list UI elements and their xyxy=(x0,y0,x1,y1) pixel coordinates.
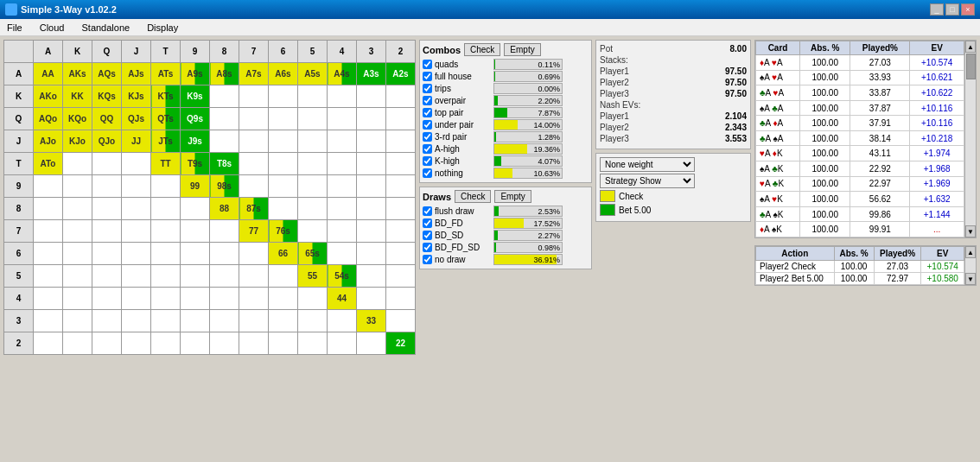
grid-cell[interactable] xyxy=(122,288,151,310)
card-table-row[interactable]: ♦A ♥A100.0027.03+10.574 xyxy=(756,55,964,71)
grid-cell[interactable]: 54s xyxy=(328,265,357,288)
grid-cell[interactable] xyxy=(298,175,328,198)
grid-cell[interactable] xyxy=(269,265,298,288)
grid-cell[interactable]: AQs xyxy=(92,63,122,85)
action-scroll-up[interactable]: ▲ xyxy=(965,246,976,258)
grid-cell[interactable] xyxy=(328,332,357,355)
combos-check-button[interactable]: Check xyxy=(464,43,500,56)
combo-checkbox-bd_fd_sd[interactable] xyxy=(423,243,432,252)
grid-cell[interactable] xyxy=(181,288,210,310)
grid-cell[interactable] xyxy=(386,220,416,243)
grid-cell[interactable] xyxy=(34,310,63,332)
action-table-row[interactable]: Player2 Check100.0027.03+10.574 xyxy=(756,261,964,273)
grid-cell[interactable] xyxy=(328,153,357,175)
grid-cell[interactable] xyxy=(386,243,416,265)
grid-cell[interactable] xyxy=(386,310,416,332)
grid-cell[interactable] xyxy=(298,130,328,153)
grid-cell[interactable] xyxy=(34,198,63,220)
grid-cell[interactable] xyxy=(239,130,269,153)
grid-cell[interactable] xyxy=(181,265,210,288)
grid-cell[interactable] xyxy=(181,310,210,332)
grid-cell[interactable] xyxy=(210,108,239,130)
grid-cell[interactable]: 98s xyxy=(210,175,239,198)
grid-cell[interactable] xyxy=(328,243,357,265)
grid-cell[interactable] xyxy=(357,220,386,243)
combos-empty-button[interactable]: Empty xyxy=(504,43,540,56)
card-table-row[interactable]: ♣A ♠A100.0038.14+10.218 xyxy=(756,130,964,146)
grid-cell[interactable]: KJs xyxy=(122,85,151,108)
grid-cell[interactable]: A7s xyxy=(239,63,269,85)
card-table-row[interactable]: ♥A ♣K100.0022.97+1.969 xyxy=(756,176,964,192)
grid-cell[interactable]: 22 xyxy=(386,332,416,355)
grid-cell[interactable] xyxy=(34,332,63,355)
combo-checkbox-full_house[interactable] xyxy=(423,72,432,81)
draws-check-button[interactable]: Check xyxy=(455,190,491,203)
grid-cell[interactable] xyxy=(357,130,386,153)
grid-cell[interactable]: JTs xyxy=(151,130,181,153)
grid-cell[interactable] xyxy=(210,288,239,310)
grid-cell[interactable] xyxy=(181,220,210,243)
combo-checkbox-flush_draw[interactable] xyxy=(423,206,432,216)
grid-cell[interactable] xyxy=(34,288,63,310)
card-table-row[interactable]: ♥A ♦K100.0043.11+1.974 xyxy=(756,146,964,161)
grid-cell[interactable] xyxy=(298,310,328,332)
grid-cell[interactable] xyxy=(210,220,239,243)
grid-cell[interactable]: AA xyxy=(34,63,63,85)
grid-cell[interactable] xyxy=(269,288,298,310)
grid-cell[interactable] xyxy=(92,198,122,220)
grid-cell[interactable]: ATo xyxy=(34,153,63,175)
grid-cell[interactable] xyxy=(298,85,328,108)
grid-cell[interactable]: AKo xyxy=(34,85,63,108)
grid-cell[interactable] xyxy=(386,265,416,288)
grid-cell[interactable]: A4s xyxy=(328,63,357,85)
grid-cell[interactable] xyxy=(239,175,269,198)
grid-cell[interactable]: A9s xyxy=(181,63,210,85)
grid-cell[interactable] xyxy=(269,310,298,332)
grid-cell[interactable]: 76s xyxy=(269,220,298,243)
close-button[interactable]: × xyxy=(961,3,975,16)
grid-cell[interactable] xyxy=(92,153,122,175)
grid-cell[interactable]: A3s xyxy=(357,63,386,85)
window-controls[interactable]: _ □ × xyxy=(930,3,975,16)
grid-cell[interactable]: AJs xyxy=(122,63,151,85)
card-table-row[interactable]: ♣A ♥A100.0033.87+10.622 xyxy=(756,85,964,101)
grid-cell[interactable]: A8s xyxy=(210,63,239,85)
scroll-thumb[interactable] xyxy=(966,54,976,79)
grid-cell[interactable] xyxy=(386,288,416,310)
grid-cell[interactable] xyxy=(92,220,122,243)
action-table-row[interactable]: Player2 Bet 5.00100.0072.97+10.580 xyxy=(756,273,964,285)
combo-checkbox-top_pair[interactable] xyxy=(423,108,432,117)
grid-cell[interactable] xyxy=(357,175,386,198)
grid-cell[interactable] xyxy=(298,332,328,355)
grid-cell[interactable] xyxy=(151,198,181,220)
grid-cell[interactable]: A5s xyxy=(298,63,328,85)
grid-cell[interactable] xyxy=(210,265,239,288)
grid-cell[interactable] xyxy=(63,198,92,220)
combo-checkbox-quads[interactable] xyxy=(423,60,432,69)
grid-cell[interactable] xyxy=(63,288,92,310)
grid-cell[interactable]: KQs xyxy=(92,85,122,108)
grid-cell[interactable] xyxy=(181,243,210,265)
grid-cell[interactable] xyxy=(92,332,122,355)
grid-cell[interactable] xyxy=(357,243,386,265)
grid-cell[interactable] xyxy=(357,198,386,220)
combo-checkbox-3rd_pair[interactable] xyxy=(423,132,432,142)
grid-cell[interactable] xyxy=(328,220,357,243)
grid-cell[interactable]: 99 xyxy=(181,175,210,198)
grid-cell[interactable] xyxy=(92,175,122,198)
grid-cell[interactable] xyxy=(63,332,92,355)
grid-cell[interactable] xyxy=(269,332,298,355)
grid-cell[interactable] xyxy=(298,108,328,130)
grid-cell[interactable] xyxy=(328,310,357,332)
grid-cell[interactable] xyxy=(298,153,328,175)
grid-cell[interactable] xyxy=(181,198,210,220)
card-table-row[interactable]: ♠A ♥A100.0033.93+10.621 xyxy=(756,70,964,85)
grid-cell[interactable] xyxy=(386,175,416,198)
combo-checkbox-trips[interactable] xyxy=(423,84,432,93)
grid-cell[interactable] xyxy=(298,220,328,243)
combo-checkbox-a_high[interactable] xyxy=(423,144,432,154)
grid-cell[interactable] xyxy=(269,108,298,130)
grid-cell[interactable] xyxy=(34,175,63,198)
grid-cell[interactable] xyxy=(92,310,122,332)
grid-cell[interactable]: T9s xyxy=(181,153,210,175)
